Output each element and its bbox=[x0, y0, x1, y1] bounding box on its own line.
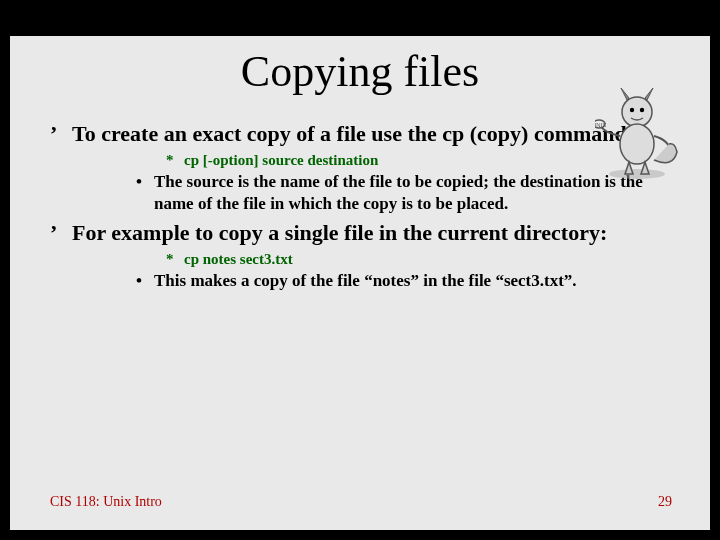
dot-icon: • bbox=[136, 270, 154, 291]
svg-point-0 bbox=[609, 169, 665, 179]
bullet-level2-code: * cp notes sect3.txt bbox=[166, 250, 680, 268]
footer-left: CIS 118: Unix Intro bbox=[50, 494, 162, 510]
slide-number: 29 bbox=[658, 494, 672, 510]
bullet-text: To create an exact copy of a file use th… bbox=[72, 121, 680, 147]
bullet-text: This makes a copy of the file “notes” in… bbox=[154, 270, 680, 291]
svg-point-3 bbox=[640, 108, 644, 112]
bullet-mark-icon: ’ bbox=[50, 121, 72, 147]
svg-point-1 bbox=[622, 97, 652, 127]
slide: Copying files UNIX ’ To create an exact … bbox=[0, 0, 720, 540]
svg-text:UNIX: UNIX bbox=[595, 122, 606, 128]
bullet-text: cp notes sect3.txt bbox=[184, 250, 680, 268]
bullet-level3: • This makes a copy of the file “notes” … bbox=[136, 270, 680, 291]
bullet-level1: ’ For example to copy a single file in t… bbox=[50, 220, 680, 246]
bullet-mark-icon: ’ bbox=[50, 220, 72, 246]
asterisk-icon: * bbox=[166, 250, 184, 268]
bullet-text: For example to copy a single file in the… bbox=[72, 220, 680, 246]
bullet-level1: ’ To create an exact copy of a file use … bbox=[50, 121, 680, 147]
asterisk-icon: * bbox=[166, 151, 184, 169]
dot-icon: • bbox=[136, 171, 154, 192]
svg-point-2 bbox=[630, 108, 634, 112]
svg-point-4 bbox=[620, 124, 654, 164]
bsd-daemon-icon: UNIX bbox=[595, 86, 680, 181]
slide-footer: CIS 118: Unix Intro 29 bbox=[10, 494, 710, 510]
